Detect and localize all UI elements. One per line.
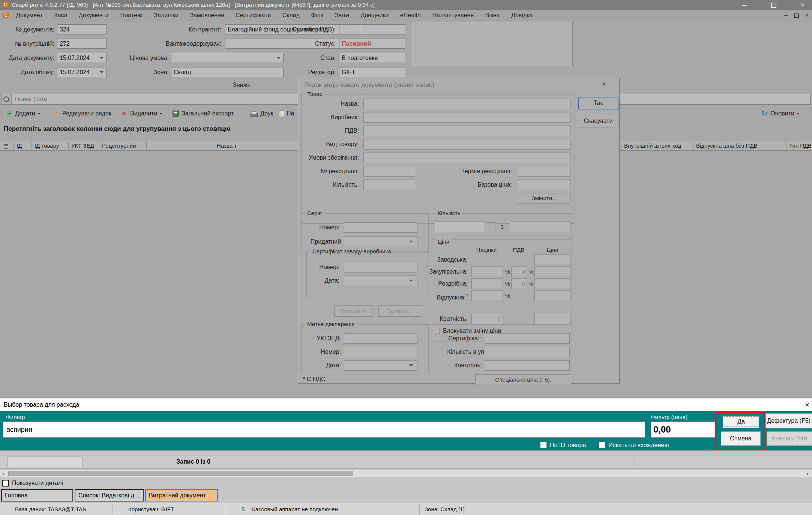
- delete-button[interactable]: × Видалити: [122, 108, 162, 119]
- mdi-close-button[interactable]: ×: [802, 10, 812, 21]
- horizontal-scrollbar[interactable]: ‹ ›: [0, 470, 812, 477]
- purchase-markup-field[interactable]: [471, 266, 503, 277]
- qty-total-field[interactable]: [510, 222, 570, 232]
- purchase-price-field[interactable]: [534, 266, 570, 277]
- col-product-id[interactable]: ІД товару: [35, 141, 59, 150]
- tab-main[interactable]: Головна: [1, 489, 73, 502]
- change-cert-button[interactable]: Змінити...: [378, 305, 421, 317]
- valid-until-dropdown-icon[interactable]: [409, 241, 413, 243]
- by-id-checkbox[interactable]: [540, 442, 547, 448]
- show-details-checkbox[interactable]: [2, 480, 9, 487]
- col-ukt-zed[interactable]: УКТ ЗЕД: [71, 141, 94, 150]
- kind-field[interactable]: [363, 139, 570, 150]
- factory-price-field[interactable]: [534, 255, 570, 265]
- close-button[interactable]: ×: [794, 0, 811, 10]
- analogs-button[interactable]: Аналоги (F8): [767, 431, 812, 446]
- menu-item-document[interactable]: Документ: [16, 10, 43, 21]
- control-field[interactable]: [485, 360, 570, 371]
- tab-expense-document[interactable]: Витратний документ ..: [145, 489, 218, 502]
- scroll-right-icon[interactable]: ›: [806, 470, 808, 477]
- reg-number-field[interactable]: [363, 166, 415, 177]
- params-button[interactable]: Па: [279, 108, 294, 119]
- col-id[interactable]: ІД: [17, 141, 22, 150]
- special-price-button[interactable]: Спеціальна ціна (F5).: [475, 374, 571, 385]
- export-button[interactable]: Загальний експорт: [173, 108, 234, 119]
- grid-header-cell[interactable]: [8, 457, 83, 467]
- scrollbar-thumb[interactable]: [8, 471, 353, 476]
- sum-field-1[interactable]: [339, 24, 359, 34]
- doc-number-field[interactable]: 324: [57, 24, 107, 34]
- quantity-field[interactable]: [363, 180, 415, 190]
- tab-document-list[interactable]: Список: Видаткові д ...: [75, 489, 144, 502]
- cert-date-dropdown-icon[interactable]: [409, 280, 413, 282]
- col-barcode[interactable]: Внутрішній штрих-код: [624, 141, 681, 150]
- dialog-cancel-button[interactable]: Скасувати: [578, 115, 618, 127]
- menu-item-stock[interactable]: Залишки: [154, 10, 179, 21]
- status-separator: [419, 505, 420, 514]
- menu-item-warehouse[interactable]: Склад: [282, 10, 300, 21]
- qty-browse-button[interactable]: ...: [486, 222, 495, 231]
- qty-in-pack-field[interactable]: [485, 347, 570, 357]
- minimize-button[interactable]: [736, 0, 753, 10]
- filter-input[interactable]: аспирин: [3, 421, 645, 438]
- storage-field[interactable]: [363, 153, 570, 163]
- menu-item-windows[interactable]: Вікна: [485, 10, 500, 21]
- selling-markup-field[interactable]: [471, 290, 503, 301]
- print-button[interactable]: Друк: [251, 108, 273, 119]
- mdi-restore-button[interactable]: [791, 10, 801, 21]
- uktzed-field[interactable]: [344, 333, 417, 344]
- picker-close-icon[interactable]: ×: [803, 398, 812, 411]
- edit-row-button[interactable]: Редагувати рядок: [53, 108, 111, 119]
- menu-item-reports[interactable]: Звіти: [335, 10, 349, 21]
- customs-date-combo[interactable]: [344, 360, 417, 371]
- scroll-left-icon[interactable]: ‹: [2, 470, 4, 477]
- valid-until-combo[interactable]: [344, 237, 417, 247]
- menu-item-help[interactable]: Довідка: [511, 10, 533, 21]
- menu-item-kasa[interactable]: Каса: [54, 10, 67, 21]
- dialog-ok-button[interactable]: Так: [578, 97, 618, 109]
- add-button[interactable]: Додати: [7, 108, 41, 119]
- col-recipe[interactable]: Рецептурний: [102, 141, 136, 150]
- dialog-close-icon[interactable]: ×: [598, 80, 609, 88]
- toolbar-handle[interactable]: [1, 109, 3, 118]
- name-field[interactable]: [363, 99, 570, 109]
- col-name[interactable]: Назва т: [217, 141, 237, 150]
- price-filter-input[interactable]: 0,00: [651, 421, 716, 438]
- restore-button[interactable]: [765, 0, 782, 10]
- cert-date-combo[interactable]: [344, 275, 417, 286]
- by-entry-checkbox[interactable]: [599, 442, 605, 448]
- change-product-button[interactable]: Змінити...: [518, 193, 570, 204]
- menu-item-orders[interactable]: Замовлення: [190, 10, 224, 21]
- defect-button[interactable]: Дефектура (F5): [765, 413, 812, 428]
- menu-item-branches[interactable]: Філії: [311, 10, 323, 21]
- col-price-no-vat[interactable]: Відпускна ціна без ПДВ: [696, 141, 758, 150]
- base-price-field[interactable]: [518, 180, 570, 190]
- vat-field[interactable]: [363, 126, 570, 136]
- series-number-field[interactable]: [344, 222, 417, 233]
- mdi-minimize-button[interactable]: [781, 10, 791, 21]
- customs-number-field[interactable]: [344, 347, 417, 357]
- refresh-button[interactable]: ↻ Оновити: [761, 108, 800, 119]
- menu-item-documents[interactable]: Документи: [79, 10, 109, 21]
- col-vat-type[interactable]: Тип ПДВ: [789, 141, 812, 150]
- qty-value-field[interactable]: [435, 222, 484, 232]
- menu-item-ehealth[interactable]: eHealth: [400, 10, 421, 21]
- cert-number-field[interactable]: [344, 262, 417, 272]
- retail-price-field[interactable]: [534, 278, 570, 289]
- delete-icon: ×: [122, 108, 126, 119]
- menu-item-dictionaries[interactable]: Довідники: [360, 10, 389, 21]
- sum-field-2[interactable]: [361, 24, 405, 34]
- doc-date-label: Дата документу:: [0, 53, 54, 63]
- selling-price-field[interactable]: [534, 290, 570, 301]
- internal-number-field[interactable]: 272: [57, 39, 107, 49]
- customs-date-dropdown-icon[interactable]: [409, 364, 413, 367]
- manufacturer-field[interactable]: [363, 112, 570, 123]
- reg-term-field[interactable]: [518, 166, 570, 177]
- clear-cert-button[interactable]: Очистити: [334, 305, 372, 317]
- certificate-field[interactable]: [485, 333, 570, 344]
- retail-markup-field[interactable]: [471, 278, 503, 289]
- multiplicity-price-field[interactable]: [534, 314, 570, 324]
- menu-item-payments[interactable]: Платежі: [120, 10, 143, 21]
- menu-item-settings[interactable]: Налаштування: [432, 10, 474, 21]
- menu-item-certificates[interactable]: Сертифікати: [236, 10, 271, 21]
